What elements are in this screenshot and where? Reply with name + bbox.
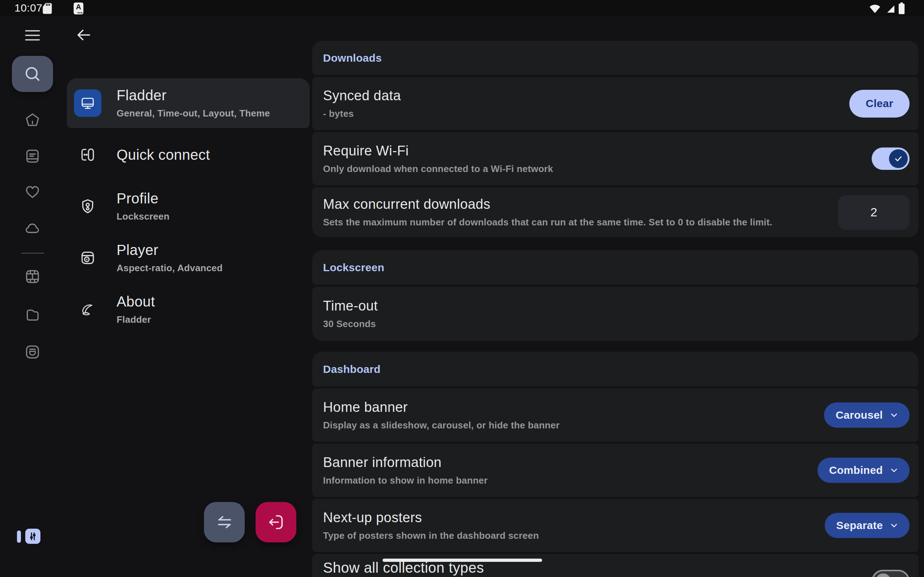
sliders-icon [27,531,38,542]
section-header-downloads: Downloads [312,41,919,75]
chevron-down-icon [888,465,900,475]
home-banner-dropdown[interactable]: Carousel [824,403,909,428]
row-subtitle: Type of posters shown in the dashboard s… [323,530,825,541]
row-require-wifi[interactable]: Require Wi-Fi Only download when connect… [312,132,919,185]
app-notification-icon: A [74,3,83,15]
wifi-icon [869,3,881,13]
search-icon [23,64,43,84]
section-header-lockscreen: Lockscreen [312,250,919,285]
row-max-concurrent-downloads[interactable]: Max concurrent downloads Sets the maximu… [312,187,919,237]
section-title: Dashboard [323,363,380,376]
row-title: Synced data [323,88,849,103]
row-subtitle: 30 Seconds [323,318,909,330]
menu-item-subtitle: General, Time-out, Layout, Theme [116,108,270,119]
fladder-app-icon [74,89,102,117]
row-subtitle: - bytes [323,108,849,119]
row-subtitle: Only download when connected to a Wi-Fi … [323,163,872,174]
menu-item-title: Profile [116,190,170,206]
sd-card-icon [42,3,53,15]
row-title: Require Wi-Fi [323,143,872,159]
menu-item-profile[interactable]: Profile Lockscreen [67,181,310,231]
menu-item-title: Player [116,242,223,258]
banner-information-dropdown[interactable]: Combined [817,458,909,483]
back-button[interactable] [75,26,92,44]
search-button[interactable] [12,56,53,92]
menu-item-fladder[interactable]: Fladder General, Time-out, Layout, Theme [67,78,310,128]
switch-server-button[interactable] [204,502,245,542]
row-subtitle: Display as a slideshow, carousel, or hid… [323,420,824,431]
gesture-navigation-handle[interactable] [383,559,542,562]
row-title: Banner information [323,455,817,470]
fladder-logo-icon [79,300,97,318]
menu-item-player[interactable]: Player Aspect-ratio, Advanced [67,233,310,283]
row-home-banner[interactable]: Home banner Display as a slideshow, caro… [312,388,919,442]
max-downloads-value-field[interactable]: 2 [838,195,909,230]
sidebar-folder-icon[interactable] [24,306,41,323]
battery-icon [898,2,905,15]
section-title: Downloads [323,52,382,64]
monitor-icon [79,95,96,111]
section-header-dashboard: Dashboard [312,351,919,387]
row-title: Max concurrent downloads [323,197,838,212]
menu-item-title: About [116,293,155,310]
menu-item-subtitle: Lockscreen [116,211,170,222]
row-banner-information[interactable]: Banner information Information to show i… [312,443,919,497]
menu-item-title: Fladder [116,87,270,103]
section-title: Lockscreen [323,261,384,274]
row-subtitle: Sets the maximum number of downloads tha… [323,217,838,228]
row-title: Time-out [323,298,909,314]
row-title: Show all collection types [323,560,872,576]
profile-shield-icon [79,197,97,215]
fladder-settings-screen: { "status_bar": { "time": "10:07", "icon… [0,0,924,577]
row-time-out[interactable]: Time-out 30 Seconds [312,287,919,341]
status-bar: 10:07 A [0,0,924,16]
clock: 10:07 [15,2,43,14]
menu-item-subtitle: Fladder [116,314,155,325]
menu-item-subtitle: Aspect-ratio, Advanced [116,263,223,274]
quick-settings-button[interactable] [25,529,40,544]
quick-connect-icon [79,146,97,164]
row-next-up-posters[interactable]: Next-up posters Type of posters shown in… [312,499,919,552]
check-icon [893,154,903,164]
player-icon [79,249,97,267]
logout-icon [266,512,286,532]
row-show-all-collection-types[interactable]: Show all collection types [312,554,919,577]
sidebar-collections-icon[interactable] [24,344,41,360]
row-subtitle: Information to show in home banner [323,475,817,486]
edge-handle [17,530,21,543]
show-all-collection-types-toggle[interactable] [872,570,909,577]
require-wifi-toggle[interactable] [872,148,909,170]
hamburger-menu-icon[interactable] [23,27,42,43]
sidebar-video-icon[interactable] [24,268,41,285]
rail-divider [21,253,44,253]
chevron-down-icon [888,520,900,531]
sidebar-cloud-icon[interactable] [24,220,41,237]
menu-item-title: Quick connect [116,147,210,163]
cellular-signal-icon [885,3,895,13]
row-synced-data[interactable]: Synced data - bytes Clear [312,77,919,130]
row-title: Next-up posters [323,510,825,525]
logout-button[interactable] [255,502,296,542]
swap-arrows-icon [215,512,234,532]
next-up-posters-dropdown[interactable]: Separate [825,513,909,538]
chevron-down-icon [888,410,900,421]
menu-item-about[interactable]: About Fladder [67,285,310,334]
sidebar-media-icon[interactable] [24,148,41,164]
row-title: Home banner [323,400,824,415]
clear-button[interactable]: Clear [849,90,909,118]
sidebar-home-icon[interactable] [24,112,41,128]
sidebar-favorites-icon[interactable] [24,184,41,200]
menu-item-quick-connect[interactable]: Quick connect [67,130,310,180]
